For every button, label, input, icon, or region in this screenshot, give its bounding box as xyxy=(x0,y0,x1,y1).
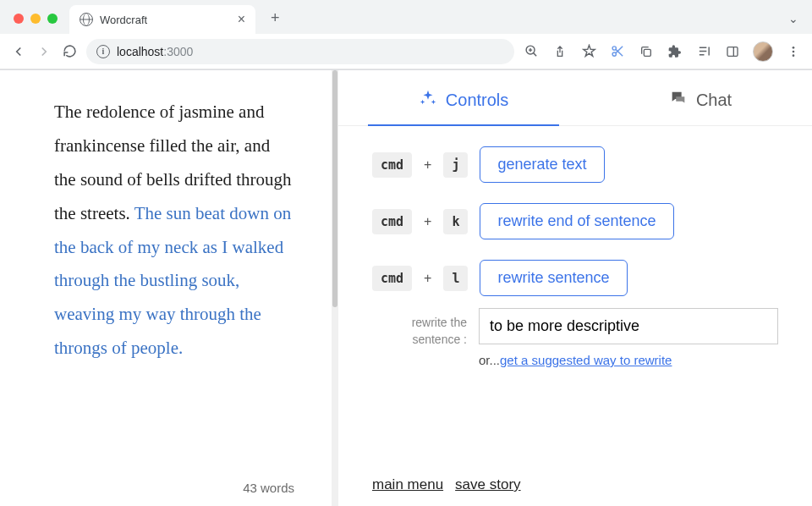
rewrite-sentence-button[interactable]: rewrite sentence xyxy=(480,260,627,296)
share-icon[interactable] xyxy=(551,43,568,60)
pane-tabs: Controls Chat xyxy=(338,70,812,126)
app-content: The redolence of jasmine and frankincens… xyxy=(0,70,812,506)
chat-icon xyxy=(669,89,688,112)
window-close-button[interactable] xyxy=(14,14,24,24)
plus-icon: + xyxy=(424,271,431,286)
browser-chrome: Wordcraft × + ⌄ i localhost:3000 xyxy=(0,0,812,70)
controls-pane: Controls Chat cmd + j generate text cmd … xyxy=(338,70,812,506)
close-tab-icon[interactable]: × xyxy=(238,12,245,27)
or-prefix: or... xyxy=(479,353,500,367)
key-mod: cmd xyxy=(372,152,412,178)
tab-controls[interactable]: Controls xyxy=(402,79,525,125)
site-info-icon[interactable]: i xyxy=(96,45,110,58)
suggested-rewrite-link[interactable]: get a suggested way to rewrite xyxy=(500,353,672,367)
rewrite-input[interactable] xyxy=(479,308,778,344)
key-mod: cmd xyxy=(372,266,412,291)
word-count: 43 words xyxy=(243,476,294,501)
url-host: localhost xyxy=(117,45,163,58)
rewrite-block: rewrite the sentence : or...get a sugges… xyxy=(372,308,778,367)
plus-icon: + xyxy=(424,157,431,173)
sparkles-icon xyxy=(419,89,437,112)
tab-chat-label: Chat xyxy=(696,91,732,110)
key-mod: cmd xyxy=(372,209,412,234)
shortcut-row-rewrite-end: cmd + k rewrite end of sentence xyxy=(372,203,778,239)
shortcut-row-rewrite-sentence: cmd + l rewrite sentence xyxy=(372,260,778,296)
controls-body: cmd + j generate text cmd + k rewrite en… xyxy=(338,126,812,388)
scroll-divider[interactable] xyxy=(332,70,338,506)
globe-icon xyxy=(80,13,93,26)
copy-icon[interactable] xyxy=(638,43,655,60)
tab-controls-label: Controls xyxy=(446,91,508,110)
editor-text[interactable]: The redolence of jasmine and frankincens… xyxy=(54,96,294,366)
browser-tab[interactable]: Wordcraft × xyxy=(69,5,255,34)
back-button[interactable] xyxy=(10,43,27,60)
tab-title: Wordcraft xyxy=(100,14,147,26)
svg-point-1 xyxy=(612,47,616,50)
svg-point-5 xyxy=(793,47,795,49)
footer-links: main menu save story xyxy=(372,476,521,493)
main-menu-link[interactable]: main menu xyxy=(372,476,443,493)
key-letter: l xyxy=(443,266,468,291)
editor-pane[interactable]: The redolence of jasmine and frankincens… xyxy=(0,70,332,506)
reading-list-icon[interactable] xyxy=(695,43,712,60)
tab-strip: Wordcraft × + ⌄ xyxy=(0,0,812,34)
new-tab-button[interactable]: + xyxy=(262,9,288,34)
svg-rect-3 xyxy=(644,49,650,56)
address-bar[interactable]: i localhost:3000 xyxy=(86,39,514,64)
zoom-icon[interactable] xyxy=(523,43,540,60)
scissors-icon[interactable] xyxy=(609,43,626,60)
svg-point-7 xyxy=(793,54,795,57)
tab-chat[interactable]: Chat xyxy=(652,79,749,125)
key-letter: j xyxy=(443,152,468,178)
menu-icon[interactable] xyxy=(785,43,802,60)
star-icon[interactable] xyxy=(580,43,597,60)
url-port: :3000 xyxy=(163,45,193,58)
profile-avatar[interactable] xyxy=(753,41,773,62)
rewrite-label: rewrite the sentence : xyxy=(372,308,467,348)
window-maximize-button[interactable] xyxy=(47,14,58,24)
rewrite-end-button[interactable]: rewrite end of sentence xyxy=(480,203,673,239)
save-story-link[interactable]: save story xyxy=(455,476,520,493)
plus-icon: + xyxy=(424,214,431,229)
editor-highlighted-text: The sun beat down on the back of my neck… xyxy=(54,203,291,359)
or-line: or...get a suggested way to rewrite xyxy=(479,353,778,367)
window-controls xyxy=(8,14,63,34)
reload-button[interactable] xyxy=(61,43,78,60)
svg-point-6 xyxy=(793,50,795,52)
svg-point-2 xyxy=(612,52,616,56)
extensions-icon[interactable] xyxy=(667,43,683,60)
browser-toolbar: i localhost:3000 xyxy=(0,34,812,69)
side-panel-icon[interactable] xyxy=(724,43,741,60)
toolbar-right xyxy=(523,41,802,62)
chevron-down-icon[interactable]: ⌄ xyxy=(788,12,812,34)
generate-text-button[interactable]: generate text xyxy=(480,146,604,183)
svg-rect-4 xyxy=(727,47,738,56)
shortcut-row-generate: cmd + j generate text xyxy=(372,146,778,183)
forward-button[interactable] xyxy=(36,43,52,60)
key-letter: k xyxy=(443,209,468,234)
window-minimize-button[interactable] xyxy=(30,14,41,24)
